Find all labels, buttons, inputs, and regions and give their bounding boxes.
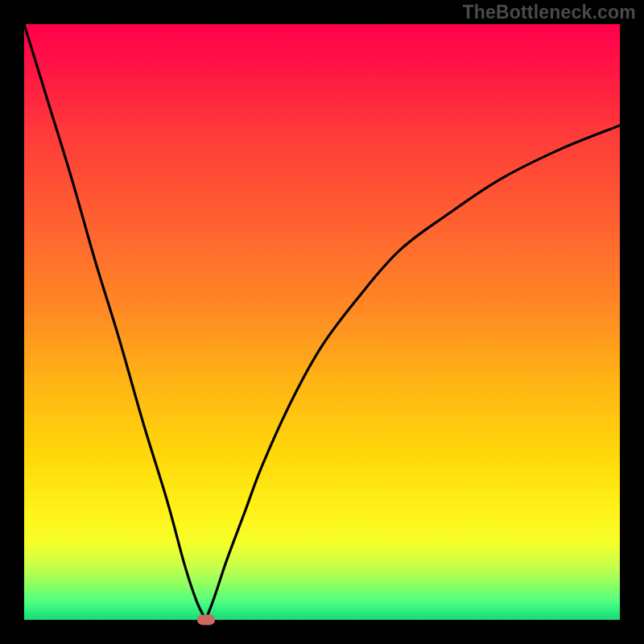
chart-frame: TheBottleneck.com — [0, 0, 644, 644]
minimum-marker — [197, 615, 215, 625]
bottleneck-curve — [24, 24, 620, 620]
plot-area — [24, 24, 620, 620]
watermark-text: TheBottleneck.com — [462, 2, 636, 23]
